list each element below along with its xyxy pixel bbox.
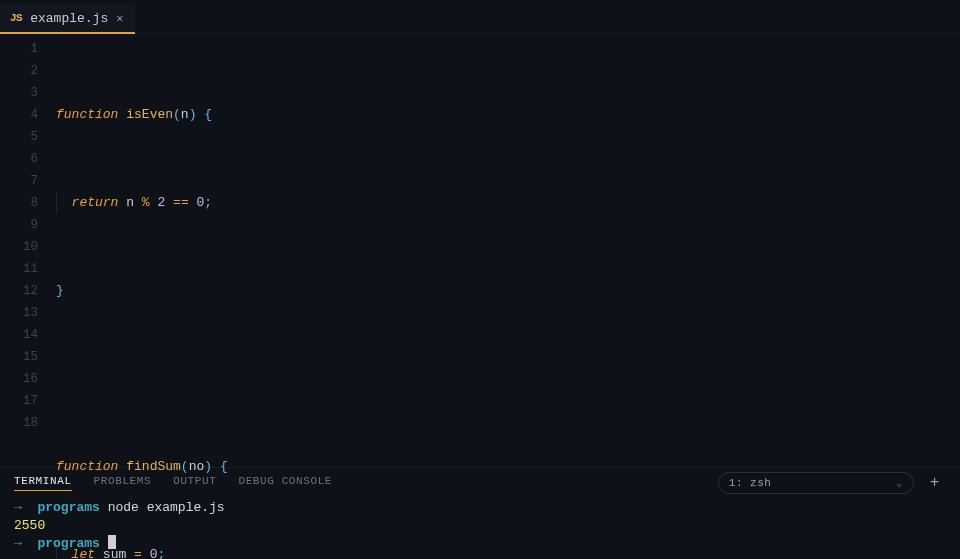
line-number: 10 bbox=[0, 236, 38, 258]
line-number: 15 bbox=[0, 346, 38, 368]
line-number: 16 bbox=[0, 368, 38, 390]
editor-tab-example-js[interactable]: JS example.js ✕ bbox=[0, 4, 135, 34]
prompt-cwd: programs bbox=[37, 500, 99, 515]
terminal-line: 2550 bbox=[14, 517, 946, 535]
code-line: function findSum(no) { bbox=[56, 456, 960, 478]
js-file-icon: JS bbox=[10, 12, 22, 24]
code-area[interactable]: function isEven(n) { return n % 2 == 0; … bbox=[56, 38, 960, 467]
code-line: return n % 2 == 0; bbox=[56, 192, 960, 214]
shell-select-value: 1: zsh bbox=[729, 477, 772, 489]
editor-tab-bar: JS example.js ✕ bbox=[0, 0, 960, 34]
line-number: 3 bbox=[0, 82, 38, 104]
line-number: 8 bbox=[0, 192, 38, 214]
line-number: 6 bbox=[0, 148, 38, 170]
close-icon[interactable]: ✕ bbox=[116, 11, 123, 26]
line-number: 18 bbox=[0, 412, 38, 434]
prompt-arrow-icon: → bbox=[14, 536, 22, 551]
line-number: 9 bbox=[0, 214, 38, 236]
code-line: function isEven(n) { bbox=[56, 104, 960, 126]
code-line: let sum = 0; bbox=[56, 544, 960, 559]
line-number: 12 bbox=[0, 280, 38, 302]
code-line bbox=[56, 368, 960, 390]
line-number: 11 bbox=[0, 258, 38, 280]
tab-filename: example.js bbox=[30, 11, 108, 26]
chevron-down-icon: ⌄ bbox=[896, 477, 903, 489]
line-number-gutter: 1 2 3 4 5 6 7 8 9 10 11 12 13 14 15 16 1… bbox=[0, 38, 56, 467]
terminal-line: → programs node example.js bbox=[14, 499, 946, 517]
line-number: 13 bbox=[0, 302, 38, 324]
line-number: 1 bbox=[0, 38, 38, 60]
line-number: 4 bbox=[0, 104, 38, 126]
terminal-output: 2550 bbox=[14, 518, 45, 533]
code-line: } bbox=[56, 280, 960, 302]
line-number: 7 bbox=[0, 170, 38, 192]
line-number: 5 bbox=[0, 126, 38, 148]
prompt-arrow-icon: → bbox=[14, 500, 22, 515]
code-editor[interactable]: 1 2 3 4 5 6 7 8 9 10 11 12 13 14 15 16 1… bbox=[0, 34, 960, 467]
line-number: 14 bbox=[0, 324, 38, 346]
line-number: 17 bbox=[0, 390, 38, 412]
terminal-command: node example.js bbox=[108, 500, 225, 515]
line-number: 2 bbox=[0, 60, 38, 82]
